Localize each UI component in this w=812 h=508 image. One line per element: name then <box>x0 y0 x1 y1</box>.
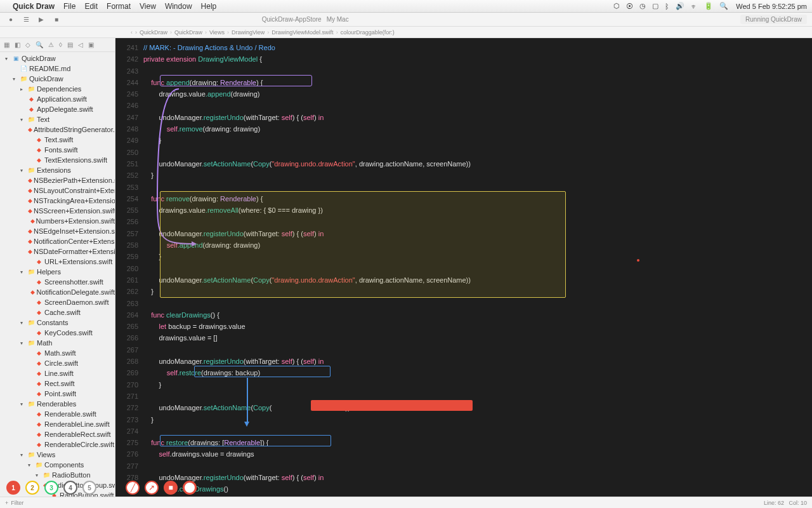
tree-item[interactable]: ▾📁QuickDraw <box>0 74 115 84</box>
find-nav-icon[interactable]: 🔍 <box>36 41 43 48</box>
tree-item[interactable]: ◆TextExtensions.swift <box>0 155 115 165</box>
menu-view[interactable]: View <box>140 2 156 11</box>
tree-item[interactable]: ▾📁Extensions <box>0 165 115 175</box>
add-icon[interactable]: + <box>5 500 8 506</box>
tree-item[interactable]: ▾📁Helpers <box>0 267 115 277</box>
tree-item[interactable]: ◆Line.swift <box>0 368 115 378</box>
close-window-button[interactable]: ● <box>5 15 16 25</box>
scheme-selector[interactable]: QuickDraw-AppStore My Mac <box>262 16 349 23</box>
wifi-icon[interactable]: ᯤ <box>691 3 698 10</box>
tree-item[interactable]: ◆NotificationCenter+Extension.swift <box>0 236 115 246</box>
tool-circle-button[interactable] <box>183 481 197 495</box>
tree-item[interactable]: ◆Screenshotter.swift <box>0 277 115 287</box>
tree-item[interactable]: ◆RenderableCircle.swift <box>0 439 115 450</box>
tree-item[interactable]: ◆NSDateFormatter+Extension.swift <box>0 246 115 257</box>
crumb-target[interactable]: QuickDraw <box>174 29 202 36</box>
run-button[interactable]: ▶ <box>36 15 47 25</box>
crumb-group[interactable]: Views <box>209 29 225 36</box>
nav-forward-icon[interactable]: › <box>135 29 137 36</box>
tree-item[interactable]: ▾📁Renderables <box>0 399 115 409</box>
scheme-destination: My Mac <box>327 16 349 23</box>
display-icon[interactable]: ▢ <box>652 2 658 10</box>
bluetooth-icon[interactable]: ᛒ <box>665 3 669 10</box>
tree-item[interactable]: ◆ScreenDaemon.swift <box>0 297 115 307</box>
tree-item[interactable]: ◆Text.swift <box>0 135 115 145</box>
menu-file[interactable]: File <box>63 2 75 11</box>
jump-bar[interactable]: ‹ › QuickDraw› QuickDraw› Views› Drawing… <box>0 27 812 38</box>
symbol-nav-icon[interactable]: ◇ <box>25 41 30 48</box>
tree-item[interactable]: ◆Circle.swift <box>0 358 115 368</box>
tree-item[interactable]: ▾▣QuickDraw <box>0 53 115 64</box>
app-menu[interactable]: Quick Draw <box>13 2 55 11</box>
color-4-button[interactable]: 4 <box>63 481 77 495</box>
tree-item[interactable]: ◆NSEdgeInset+Extension.swift <box>0 226 115 236</box>
tree-item[interactable]: ◆NSScreen+Extension.swift <box>0 206 115 216</box>
crumb-project[interactable]: QuickDraw <box>140 29 167 36</box>
tree-item[interactable]: ◆Point.swift <box>0 389 115 399</box>
battery-icon[interactable]: 🔋 <box>704 2 713 10</box>
tree-item[interactable]: ◆Cache.swift <box>0 307 115 318</box>
tree-item[interactable]: ▾📁Constants <box>0 318 115 328</box>
tree-item[interactable]: 📄README.md <box>0 64 115 74</box>
tree-item[interactable]: ▸📁Dependencies <box>0 84 115 94</box>
debug-nav-icon[interactable]: ▤ <box>67 41 73 48</box>
code-area[interactable]: // MARK: - Drawing Actions & Undo / Redo… <box>143 38 812 497</box>
status-bar: + Filter Line: 62 Col: 10 <box>0 497 812 508</box>
tree-item[interactable]: ▾📁Views <box>0 450 115 460</box>
issue-nav-icon[interactable]: ⚠ <box>48 41 54 48</box>
breakpoint-nav-icon[interactable]: ◁ <box>78 41 83 48</box>
tool-arrow-button[interactable]: ↗ <box>145 481 159 495</box>
tree-item[interactable]: ◆AttributedStringGenerator.swift <box>0 124 115 135</box>
tree-item[interactable]: ◆RenderableLine.swift <box>0 419 115 429</box>
tree-item[interactable]: ◆NotificationDelegate.swift <box>0 287 115 297</box>
navigator-selector[interactable]: ▦ ◧ ◇ 🔍 ⚠ ◊ ▤ ◁ ▣ <box>0 38 115 52</box>
dropbox-icon[interactable]: ⬡ <box>613 2 620 10</box>
folder-nav-icon[interactable]: ▦ <box>4 41 10 48</box>
tree-item[interactable]: ◆URL+Extensions.swift <box>0 257 115 267</box>
volume-icon[interactable]: 🔊 <box>676 2 684 10</box>
crumb-file[interactable]: DrawingViewModel.swift <box>272 29 333 36</box>
color-1-button[interactable]: 1 <box>6 481 20 495</box>
tree-item[interactable]: ◆Renderable.swift <box>0 409 115 419</box>
tree-item[interactable]: ◆NSLayoutConstraint+Extension.sw... <box>0 185 115 196</box>
color-5-button[interactable]: 5 <box>82 481 96 495</box>
color-3-button[interactable]: 3 <box>44 481 58 495</box>
sidebar-toggle-icon[interactable]: ☰ <box>20 15 32 25</box>
test-nav-icon[interactable]: ◊ <box>59 41 62 48</box>
menu-help[interactable]: Help <box>201 2 217 11</box>
tool-line-button[interactable]: ╱ <box>126 481 140 495</box>
tree-item[interactable]: ◆AppDelegate.swift <box>0 104 115 114</box>
tree-item[interactable]: ▾📁Math <box>0 338 115 348</box>
tree-item[interactable]: ◆Math.swift <box>0 348 115 358</box>
crumb-subgroup[interactable]: DrawingView <box>232 29 265 36</box>
channels-icon[interactable]: ⦿ <box>626 3 633 10</box>
spotlight-icon[interactable]: 🔍 <box>719 2 728 10</box>
tree-item[interactable]: ◆KeyCodes.swift <box>0 328 115 338</box>
menubar: Quick Draw File Edit Format View Window … <box>0 0 812 13</box>
stop-button[interactable]: ■ <box>51 15 62 25</box>
crumb-symbol[interactable]: colourDraggable(for:) <box>341 29 395 36</box>
tree-item[interactable]: ◆Application.swift <box>0 94 115 104</box>
tree-item[interactable]: ◆Numbers+Extension.swift <box>0 216 115 226</box>
source-control-icon[interactable]: ◧ <box>15 41 20 48</box>
tree-item[interactable]: ◆NSTrackingArea+Extension.swift <box>0 196 115 206</box>
nav-back-icon[interactable]: ‹ <box>131 29 133 36</box>
code-editor[interactable]: 2412422432442452462472482492502512522532… <box>115 38 812 497</box>
menubar-clock[interactable]: Wed 5 Feb 9:52:25 pm <box>736 3 807 10</box>
tree-item[interactable]: ◆Rect.swift <box>0 378 115 389</box>
cursor-position: Line: 62 Col: 10 <box>764 500 807 506</box>
menu-window[interactable]: Window <box>165 2 192 11</box>
tree-item[interactable]: ◆RenderableRect.swift <box>0 429 115 439</box>
project-navigator[interactable]: ▦ ◧ ◇ 🔍 ⚠ ◊ ▤ ◁ ▣ ▾▣QuickDraw📄README.md▾… <box>0 38 115 497</box>
report-nav-icon[interactable]: ▣ <box>88 41 94 48</box>
menu-format[interactable]: Format <box>107 2 131 11</box>
tree-item[interactable]: ◆Fonts.swift <box>0 145 115 155</box>
clock-icon[interactable]: ◷ <box>639 2 646 10</box>
menu-edit[interactable]: Edit <box>84 2 98 11</box>
tool-rect-button[interactable]: ■ <box>164 481 178 495</box>
color-2-button[interactable]: 2 <box>25 481 39 495</box>
tree-item[interactable]: ◆NSBezierPath+Extension.swift <box>0 175 115 185</box>
tree-item[interactable]: ▾📁Text <box>0 114 115 124</box>
filter-field[interactable]: Filter <box>11 500 23 506</box>
tree-item[interactable]: ▾📁Components <box>0 460 115 470</box>
